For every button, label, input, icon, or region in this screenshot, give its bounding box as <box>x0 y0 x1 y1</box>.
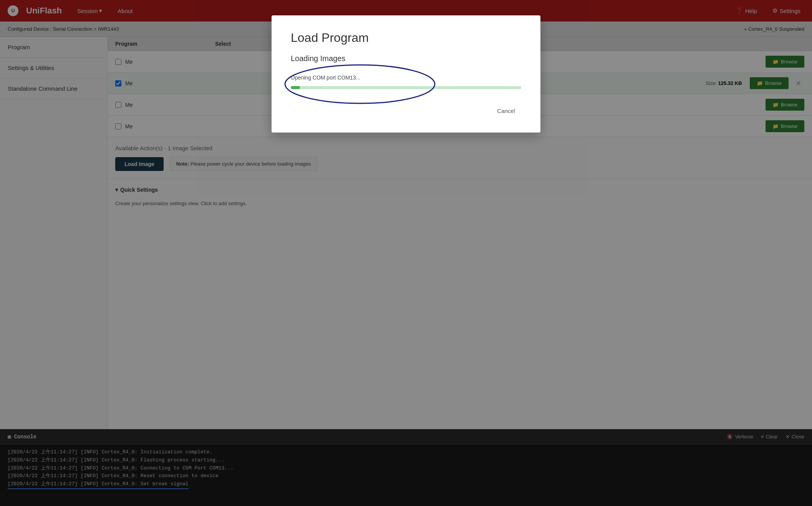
modal-status-area: Opening COM port COM13... <box>291 75 521 81</box>
modal-subtitle: Loading Images <box>291 54 521 63</box>
modal-overlay: Load Program Loading Images Opening COM … <box>0 0 812 506</box>
modal-footer: Cancel <box>291 105 521 117</box>
load-program-modal: Load Program Loading Images Opening COM … <box>272 15 540 133</box>
progress-bar-container <box>291 86 521 89</box>
modal-title: Load Program <box>291 31 521 45</box>
cancel-button[interactable]: Cancel <box>491 105 521 117</box>
modal-status-text: Opening COM port COM13... <box>291 75 521 81</box>
cancel-label: Cancel <box>497 108 515 114</box>
progress-bar-fill <box>291 86 300 89</box>
svg-point-0 <box>285 65 435 103</box>
